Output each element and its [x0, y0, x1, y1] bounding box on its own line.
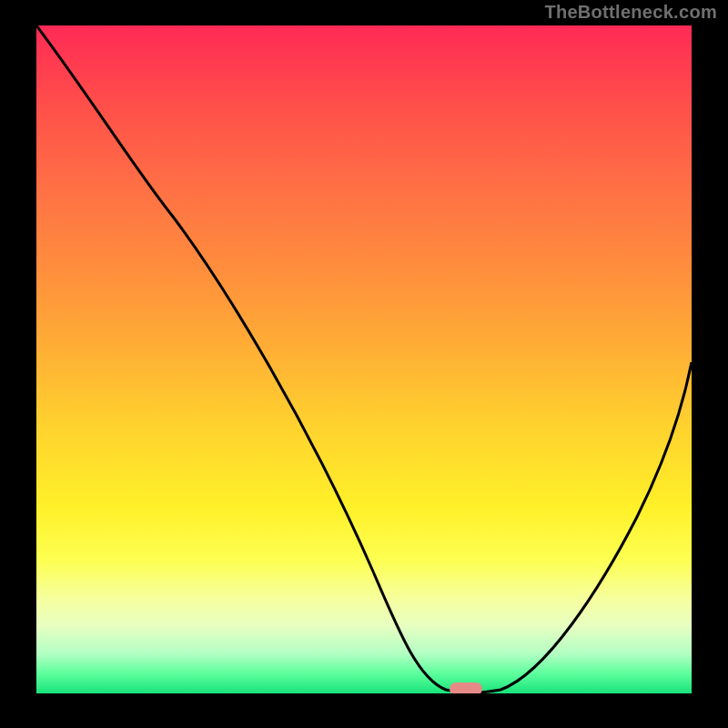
- chart-frame: TheBottleneck.com: [0, 0, 728, 728]
- plot-area: [36, 25, 692, 693]
- curve-path: [36, 25, 692, 693]
- bottleneck-curve: [36, 25, 692, 693]
- attribution-text: TheBottleneck.com: [544, 2, 717, 23]
- x-axis: [36, 693, 692, 695]
